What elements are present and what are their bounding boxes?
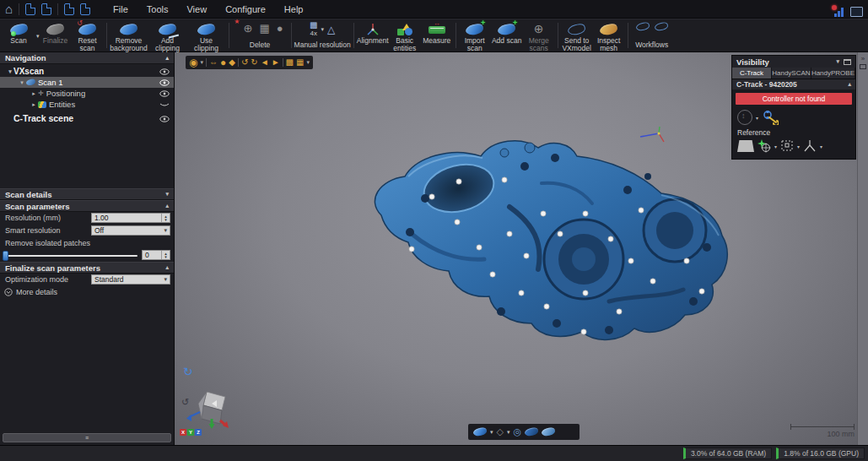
navigation-header[interactable]: Navigation ▴ <box>0 52 174 64</box>
eye-icon[interactable] <box>159 89 170 99</box>
remove-background-button[interactable]: Remove background <box>110 20 148 53</box>
targets-pattern-alt-icon[interactable]: ▦ <box>296 57 304 68</box>
expander-icon[interactable]: ▾ <box>19 79 25 86</box>
delete-patches-button[interactable]: ▦ <box>259 22 269 35</box>
menu-file[interactable]: File <box>104 0 137 19</box>
mesh-display-icon[interactable] <box>472 426 488 437</box>
collapse-icon[interactable]: ▴ <box>165 203 169 209</box>
collapsed-dock-strip[interactable]: » <box>857 52 868 445</box>
tree-item-positioning[interactable]: ▸ ✛ Positioning <box>0 88 174 99</box>
dropdown-caret[interactable]: ▾ <box>774 144 777 149</box>
diamond-view-icon[interactable]: ◆ <box>229 57 235 68</box>
finalize-parameters-header[interactable]: Finalize scan parameters ▴ <box>0 262 174 274</box>
scan-details-header[interactable]: Scan details ▾ <box>0 188 174 200</box>
save-session-icon[interactable] <box>41 3 51 15</box>
menu-help[interactable]: Help <box>275 0 313 19</box>
resolution-dropdown-caret[interactable]: ▾ <box>321 26 324 33</box>
rotate-cw-icon[interactable]: ↻ <box>251 57 257 68</box>
workflow-scan-icon[interactable] <box>635 21 650 32</box>
detector-icon[interactable]: ◉ <box>189 57 197 68</box>
camera-view-icon[interactable] <box>737 110 752 125</box>
collapse-icon[interactable]: ▴ <box>848 81 851 88</box>
dropdown-caret[interactable]: ▾ <box>820 144 822 149</box>
previous-icon[interactable]: ◄ <box>261 57 269 68</box>
device-section-header[interactable]: C-Track - 9420205 ▴ <box>732 79 855 89</box>
dropdown-caret[interactable]: ▾ <box>507 429 510 436</box>
subsample-4x-button[interactable]: ▩ 4x <box>310 21 317 37</box>
configure-tracker-icon[interactable] <box>762 110 779 125</box>
measure-button[interactable]: ↔ Measure <box>421 20 453 45</box>
import-scan-button[interactable]: + Import scan <box>459 20 491 53</box>
spinner-arrows[interactable]: ▴▾ <box>161 214 170 222</box>
expander-icon[interactable]: ▸ <box>30 90 37 97</box>
dropdown-caret[interactable]: ▾ <box>797 144 800 149</box>
flat-shaded-icon[interactable] <box>524 426 539 437</box>
collapse-icon[interactable]: ▾ <box>836 58 839 65</box>
expander-icon[interactable]: ▾ <box>7 68 13 75</box>
optimization-mode-dropdown[interactable]: Standard ▾ <box>91 274 170 285</box>
dropdown-caret[interactable]: ▾ <box>490 429 493 436</box>
finalize-button[interactable]: Finalize <box>40 20 72 45</box>
viewport-3d[interactable]: ◉ ▾ ⇔ ● ◆ ↺ ↻ ◄ ► ▩ ▦ ▾ Visibility ▾ <box>175 52 868 445</box>
reference-targets-icon[interactable] <box>757 138 772 154</box>
collapse-icon[interactable]: ▴ <box>165 55 169 62</box>
float-panel-icon[interactable] <box>844 59 851 65</box>
scan-button[interactable]: Scan <box>3 20 35 45</box>
tab-ctrack[interactable]: C-Track <box>732 68 772 79</box>
scan-parameters-header[interactable]: Scan parameters ▴ <box>0 200 174 212</box>
sphere-view-icon[interactable]: ● <box>220 57 226 68</box>
basic-entities-button[interactable]: Basic entities <box>389 20 421 53</box>
eye-closed-icon[interactable] <box>159 100 170 110</box>
eye-icon[interactable] <box>159 114 170 124</box>
slider-track[interactable] <box>4 255 137 257</box>
tab-handyprobe[interactable]: HandyPROBE <box>811 68 855 79</box>
eye-icon[interactable] <box>159 68 170 77</box>
targets-pattern-icon[interactable]: ▩ <box>286 57 294 68</box>
mirror-view-icon[interactable]: ⇔ <box>209 57 218 68</box>
slider-handle[interactable] <box>3 251 8 261</box>
resolution-zone-icon[interactable]: △ <box>327 24 335 35</box>
merge-scans-button[interactable]: ⊕ Merge scans <box>523 20 555 53</box>
menu-tools[interactable]: Tools <box>137 0 178 19</box>
menu-configure[interactable]: Configure <box>216 0 275 19</box>
eye-icon[interactable] <box>159 79 170 88</box>
more-details-toggle[interactable]: More details <box>0 286 174 298</box>
delete-sphere-button[interactable]: ● <box>277 22 283 35</box>
alignment-button[interactable]: Alignment <box>357 20 389 45</box>
send-to-vxmodel-button[interactable]: Send to VXmodel <box>561 20 593 53</box>
workflow-probe-icon[interactable] <box>654 21 669 32</box>
delete-spray-button[interactable]: ⊕ <box>244 22 253 35</box>
targets-display-icon[interactable]: ◎ <box>514 426 522 437</box>
spinner-arrows[interactable]: ▴▾ <box>161 251 170 259</box>
menu-view[interactable]: View <box>177 0 216 19</box>
collapsed-panel-bar[interactable]: ≡ <box>3 433 171 442</box>
display-icon[interactable] <box>850 7 863 17</box>
add-scan-button[interactable]: + Add scan <box>491 20 523 45</box>
tree-item-vxscan[interactable]: ▾ VXscan <box>0 66 174 77</box>
connection-status-icon[interactable] <box>834 7 844 17</box>
home-icon[interactable]: ⌂ <box>5 1 13 18</box>
tree-item-entities[interactable]: ▸ Entities <box>0 99 174 110</box>
expand-chevrons-icon[interactable]: » <box>860 56 867 62</box>
tracking-volume-icon[interactable] <box>737 140 754 152</box>
dropdown-caret[interactable]: ▾ <box>306 59 310 66</box>
import-session-icon[interactable] <box>64 3 74 15</box>
resolution-spinbox[interactable]: 1.00 ▴▾ <box>91 213 170 223</box>
collapse-icon[interactable]: ▾ <box>165 191 169 198</box>
rotate-ccw-icon[interactable]: ↺ <box>241 57 248 68</box>
tab-handyscan[interactable]: HandySCAN <box>772 68 811 79</box>
smart-resolution-dropdown[interactable]: Off ▾ <box>91 225 170 236</box>
expander-icon[interactable]: ▸ <box>30 101 37 108</box>
patches-spinbox[interactable]: 0 ▴▾ <box>142 250 170 260</box>
smooth-shaded-icon[interactable] <box>541 426 556 437</box>
inspect-mesh-button[interactable]: Inspect mesh <box>593 20 625 53</box>
wireframe-display-icon[interactable]: ◇ <box>497 426 504 437</box>
new-session-icon[interactable] <box>25 3 35 15</box>
tree-item-ctrack-scene[interactable]: C-Track scene <box>0 112 174 123</box>
reference-frame-icon[interactable] <box>802 139 817 153</box>
reset-scan-button[interactable]: ↺ Reset scan <box>72 20 104 53</box>
dropdown-caret[interactable]: ▾ <box>200 59 203 66</box>
export-session-icon[interactable] <box>80 3 90 15</box>
orbit-mode-icon[interactable]: ↻ <box>183 365 193 378</box>
docked-panel-icon[interactable] <box>860 64 866 69</box>
